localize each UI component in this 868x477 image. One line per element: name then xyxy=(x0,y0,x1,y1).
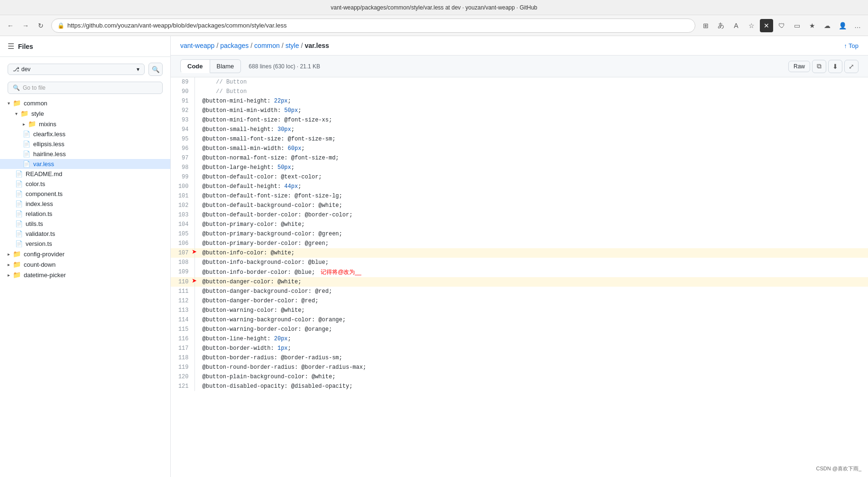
table-row: 112@button-danger-border-color: @red; xyxy=(171,296,868,306)
line-content: @button-small-font-size: @font-size-sm; xyxy=(194,134,868,144)
tree-item-colorts[interactable]: 📄color.ts xyxy=(0,179,170,189)
tree-item-validatorts[interactable]: 📄validator.ts xyxy=(0,229,170,239)
tree-item-mixins[interactable]: ▸📁mixins xyxy=(0,119,170,129)
file-tree: ▾📁common▾📁style▸📁mixins📄clearfix.less📄el… xyxy=(0,98,170,477)
toolbar-actions: ⊞ あ A ☆ ✕ 🛡 ▭ ★ ☁ 👤 … xyxy=(699,19,864,32)
line-number: 119 xyxy=(171,363,194,372)
table-row: 107➤@button-info-color: @white; xyxy=(171,248,868,258)
download-button[interactable]: ⬇ xyxy=(828,60,842,73)
breadcrumb-link-2[interactable]: packages xyxy=(220,42,249,49)
table-row: 114@button-warning-background-color: @or… xyxy=(171,315,868,325)
branch-dropdown[interactable]: ⎇ dev ▾ xyxy=(8,64,145,75)
star-button[interactable]: ★ xyxy=(805,19,819,32)
line-content: @button-default-background-color: @white… xyxy=(194,201,868,210)
tree-item-varless[interactable]: 📄var.less xyxy=(0,159,170,169)
tree-item-config-provider[interactable]: ▸📁config-provider xyxy=(0,249,170,259)
tree-item-componentts[interactable]: 📄component.ts xyxy=(0,189,170,199)
item-label: clearfix.less xyxy=(33,131,65,138)
line-content: @button-default-font-size: @font-size-lg… xyxy=(194,191,868,201)
folder-icon: 📁 xyxy=(13,271,21,279)
breadcrumb-sep-1: / xyxy=(216,42,218,49)
back-button[interactable]: ← xyxy=(4,19,17,32)
tab-code[interactable]: Code xyxy=(180,59,210,73)
code-table: 89 // Button90 // Button91@button-mini-h… xyxy=(171,77,868,391)
file-icon: 📄 xyxy=(15,210,23,217)
extensions-button[interactable]: ⊞ xyxy=(699,19,712,32)
line-content: @button-mini-font-size: @font-size-xs; xyxy=(194,115,868,125)
line-number: 114 xyxy=(171,315,194,325)
nav-buttons: ← → ↻ xyxy=(4,19,47,32)
tree-item-relationts[interactable]: 📄relation.ts xyxy=(0,209,170,219)
tree-item-count-down[interactable]: ▸📁count-down xyxy=(0,259,170,270)
table-row: 104@button-primary-color: @white; xyxy=(171,220,868,229)
line-number: 112 xyxy=(171,296,194,306)
breadcrumb-link-4[interactable]: style xyxy=(286,42,299,49)
line-number: 104 xyxy=(171,220,194,229)
table-row: 99@button-default-color: @text-color; xyxy=(171,172,868,182)
x-button[interactable]: ✕ xyxy=(760,19,773,32)
line-number: 111 xyxy=(171,287,194,296)
line-number: 102 xyxy=(171,201,194,210)
chevron-icon: ▾ xyxy=(8,101,10,106)
go-to-file-label: Go to file xyxy=(23,84,46,91)
search-button[interactable]: 🔍 xyxy=(148,63,163,76)
table-row: 120@button-plain-background-color: @whit… xyxy=(171,372,868,382)
item-label: mixins xyxy=(39,121,56,128)
forward-button[interactable]: → xyxy=(19,19,32,32)
more-button[interactable]: … xyxy=(851,19,864,32)
chevron-icon: ▾ xyxy=(15,111,18,116)
tree-item-common[interactable]: ▾📁common xyxy=(0,98,170,108)
chevron-icon: ▸ xyxy=(8,272,10,278)
tab-blame[interactable]: Blame xyxy=(210,59,241,73)
line-content: @button-danger-border-color: @red; xyxy=(194,296,868,306)
table-row: 117@button-border-width: 1px; xyxy=(171,344,868,353)
line-content: @button-mini-height: 22px; xyxy=(194,96,868,106)
folder-icon: 📁 xyxy=(20,110,28,117)
line-number: 103 xyxy=(171,210,194,220)
split-button[interactable]: ▭ xyxy=(790,19,803,32)
breadcrumb: vant-weapp / packages / common / style /… xyxy=(180,42,329,49)
tree-item-style[interactable]: ▾📁style xyxy=(0,108,170,119)
item-label: ellipsis.less xyxy=(33,140,65,148)
tree-item-versionts[interactable]: 📄version.ts xyxy=(0,239,170,249)
breadcrumb-sep-3: / xyxy=(282,42,284,49)
item-label: component.ts xyxy=(26,190,63,197)
breadcrumb-link-1[interactable]: vant-weapp xyxy=(180,42,214,49)
table-row: 90 // Button xyxy=(171,87,868,96)
refresh-button[interactable]: ↻ xyxy=(34,19,47,32)
line-number: 94 xyxy=(171,125,194,134)
table-row: 98@button-large-height: 50px; xyxy=(171,163,868,172)
code-container[interactable]: 89 // Button90 // Button91@button-mini-h… xyxy=(171,77,868,477)
tree-item-datetime-picker[interactable]: ▸📁datetime-picker xyxy=(0,270,170,280)
go-to-file-input[interactable]: 🔍 Go to file xyxy=(8,82,163,94)
breadcrumb-link-3[interactable]: common xyxy=(254,42,280,49)
tree-item-readmemd[interactable]: 📄README.md xyxy=(0,169,170,179)
profile-button[interactable]: 👤 xyxy=(836,19,849,32)
tree-item-hairline[interactable]: 📄hairline.less xyxy=(0,149,170,159)
line-number: 98 xyxy=(171,163,194,172)
reader-button[interactable]: A xyxy=(729,19,743,32)
tree-item-indexless[interactable]: 📄index.less xyxy=(0,199,170,209)
tree-item-clearfix[interactable]: 📄clearfix.less xyxy=(0,129,170,139)
top-button[interactable]: ↑ Top xyxy=(844,42,859,49)
address-bar[interactable]: 🔒 https://github.com/youzan/vant-weapp/b… xyxy=(51,19,695,33)
table-row: 121@button-disabled-opacity: @disabled-o… xyxy=(171,382,868,391)
favorites-button[interactable]: ☆ xyxy=(745,19,758,32)
shield-button[interactable]: 🛡 xyxy=(775,19,788,32)
raw-button[interactable]: Raw xyxy=(788,61,810,72)
line-number: 115 xyxy=(171,325,194,334)
line-content: @button-danger-background-color: @red; xyxy=(194,287,868,296)
item-label: var.less xyxy=(33,160,54,168)
table-row: 93@button-mini-font-size: @font-size-xs; xyxy=(171,115,868,125)
cloud-button[interactable]: ☁ xyxy=(821,19,834,32)
copy-button[interactable]: ⧉ xyxy=(812,60,826,73)
line-number: 118 xyxy=(171,353,194,363)
expand-button[interactable]: ⤢ xyxy=(844,60,859,73)
line-number: 121 xyxy=(171,382,194,391)
tree-item-ellipsis[interactable]: 📄ellipsis.less xyxy=(0,139,170,149)
line-content: @button-round-border-radius: @border-rad… xyxy=(194,363,868,372)
line-content: @button-border-width: 1px; xyxy=(194,344,868,353)
translate-button[interactable]: あ xyxy=(714,19,728,32)
tree-item-utilsts[interactable]: 📄utils.ts xyxy=(0,219,170,229)
line-number: 116 xyxy=(171,334,194,344)
